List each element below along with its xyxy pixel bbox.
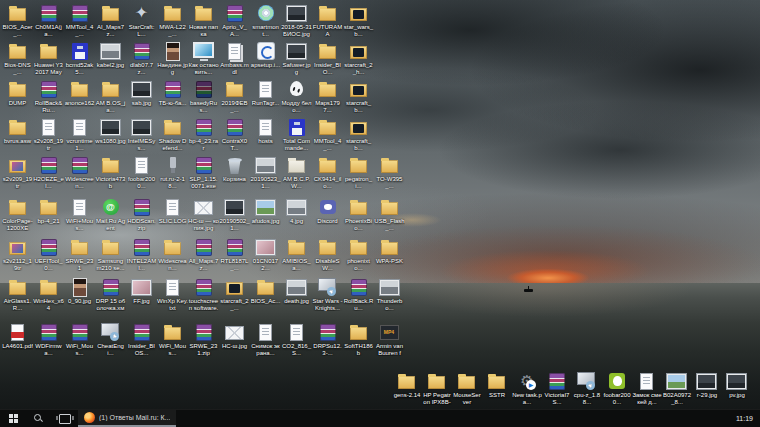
desktop-icon[interactable]: Как остановить... [188,41,219,75]
desktop-icon[interactable]: HC-ш.jpg [219,322,250,356]
desktop-icon[interactable]: MouseServer [452,371,482,405]
desktop-icon[interactable]: apsetup.i... [250,41,281,75]
desktop-icon[interactable]: cpu-z_1.88... [572,371,602,405]
desktop-icon[interactable]: foobar2000... [126,155,157,189]
desktop-icon[interactable]: Mail.Ru Agent [95,197,126,231]
desktop-icon[interactable]: Новая папка [188,3,219,37]
desktop-icon[interactable]: 4.jpg [281,197,312,231]
desktop-icon[interactable]: SLIC.LOG [157,197,188,231]
desktop-icon[interactable]: SLP_1.15.0071.exe [188,155,219,189]
desktop-icon[interactable]: HP Pegatron IPX8B-DM ... [422,371,452,405]
desktop-icon[interactable]: DUMP [2,79,33,113]
desktop-icon[interactable]: AMIBIOS_a... [281,237,312,271]
desktop-icon[interactable]: DRP 15 оболочка.хм [95,277,126,311]
desktop-icon[interactable]: Star Wars - Knights... [312,277,343,311]
desktop-icon[interactable]: Shadow Defend... [157,117,188,151]
desktop-icon[interactable]: Снимок экрана... [250,322,281,356]
desktop-icon[interactable]: 2018-05-31 БИОС.jpg [281,3,312,37]
desktop-icon[interactable]: starcraft_b... [343,117,374,151]
desktop-icon[interactable]: CK9414_ilo... [312,155,343,189]
desktop-icon[interactable]: ColorPage-1200XE [2,197,33,231]
desktop-icon[interactable]: Huawei Y3 2017 Maya... [33,41,64,75]
desktop-icon[interactable]: s2v208_19tr [33,117,64,151]
desktop-icon[interactable]: bvrus.asw [2,117,33,151]
desktop-icon[interactable]: All_Maps.7z... [188,237,219,271]
desktop-icon[interactable]: BIOS_Acer_... [2,3,33,37]
desktop-icon[interactable]: USB_Flash_... [374,197,405,231]
desktop-icon[interactable]: Ambass.mdl [219,41,250,75]
desktop-icon[interactable]: IntelMESys... [126,117,157,151]
desktop-icon[interactable]: PhoenixBio... [343,197,374,231]
desktop-icon[interactable]: WinXp Key.txt [157,277,188,311]
desktop-icon[interactable]: WiFi+Mous... [64,197,95,231]
desktop-icon[interactable]: r-29.jpg [692,371,722,405]
desktop-icon[interactable]: starcraft_2_h... [343,41,374,75]
desktop-icon[interactable]: WPA-PSK [374,237,405,271]
desktop-icon[interactable]: pegatron_i... [343,155,374,189]
desktop-icon[interactable]: WinHex_x64 [33,277,64,311]
desktop-icon[interactable]: Safuwer.jpg [281,41,312,75]
desktop-icon[interactable]: Insider_BIOS... [126,322,157,356]
desktop-icon[interactable]: Корзина [219,155,250,189]
desktop-icon[interactable]: death.jpg [281,277,312,311]
desktop-icon[interactable]: s2v209_19tr [2,155,33,189]
desktop-icon[interactable]: smartmont... [250,3,281,37]
desktop-icon[interactable]: hosts [250,117,281,151]
desktop-icon[interactable]: AirGlass1.R... [2,277,33,311]
desktop-icon[interactable]: DisableSW... [312,237,343,271]
desktop-icon[interactable]: s2v2112_19tr [2,237,33,271]
desktop-icon[interactable]: 20190502_1... [219,197,250,231]
desktop-icon[interactable]: AI_Maps7z... [95,3,126,37]
desktop-icon[interactable]: bcmd52ak5... [64,41,95,75]
desktop-icon[interactable]: Armin van Buuren fe... [374,322,405,356]
desktop-icon[interactable]: bp-4_23.rar [188,117,219,151]
desktop-icon[interactable]: FUTURAMA [312,3,343,37]
desktop-icon[interactable]: AM B.C.P.W... [281,155,312,189]
desktop-icon[interactable]: star_wars_b... [343,3,374,37]
desktop-icon[interactable]: starcraft_b... [343,79,374,113]
start-button[interactable] [0,410,26,427]
desktop-icon[interactable]: RTL8187L_... [219,237,250,271]
desktop-icon[interactable]: 20190523_1... [250,155,281,189]
desktop-icon[interactable]: 01CN0172... [250,237,281,271]
desktop-icon[interactable]: RollBack&Ru... [33,79,64,113]
desktop-icon[interactable]: MWA-L22_... [157,3,188,37]
desktop-icon[interactable]: Insider_BIO... [312,41,343,75]
desktop-icon[interactable]: TO-W395_... [374,155,405,189]
desktop-icon[interactable]: MMTool_4_... [64,3,95,37]
desktop-icon[interactable]: Модду бело... [281,79,312,113]
desktop-icon[interactable]: pv.jpg [722,371,752,405]
desktop-icon[interactable]: SRWE_231 [64,237,95,271]
desktop-icon[interactable]: Замок смекей д... [632,371,662,405]
desktop-icon[interactable]: HDDScan.zip [126,197,157,231]
desktop-icon[interactable]: BIOS_Ac... [250,277,281,311]
desktop-icon[interactable]: dlab07.7z... [126,41,157,75]
desktop-icon[interactable]: Наедине.jpg [157,41,188,75]
desktop-icon[interactable]: WiFi_Mous... [157,322,188,356]
search-button[interactable] [26,410,52,427]
desktop-icon[interactable]: Victoria473b [95,155,126,189]
task-view-button[interactable] [52,410,78,427]
desktop-icon[interactable]: WiFi_Mous... [64,322,95,356]
desktop-icon[interactable]: WDFirmwa... [33,322,64,356]
desktop-icon[interactable]: Bios-DNS_... [2,41,33,75]
desktop-icon[interactable]: afudos.jpg [250,197,281,231]
desktop-icon[interactable]: rut.ru-2-18... [157,155,188,189]
desktop-icon[interactable]: Maps1797... [312,79,343,113]
desktop-icon[interactable]: anonce162 [64,79,95,113]
desktop-icon[interactable]: Total Commande... [281,117,312,151]
desktop-icon[interactable]: basedyRus... [188,79,219,113]
desktop-icon[interactable]: sab.jpg [126,79,157,113]
desktop-icon[interactable]: Thunderbo... [374,277,405,311]
desktop-icon[interactable]: ТБ-ю-ба... [157,79,188,113]
desktop-icon[interactable]: touchscreen software.rar [188,277,219,311]
desktop-icon[interactable]: SoftTH186b [343,322,374,356]
desktop-icon[interactable]: Ch0M1A(ja... [33,3,64,37]
desktop-icon[interactable]: VictoriaI7S... [542,371,572,405]
desktop-icon[interactable]: Aprio_V_A... [219,3,250,37]
desktop-icon[interactable]: DRPSu12.3-... [312,322,343,356]
desktop-icon[interactable]: ws1080.jpg [95,117,126,151]
desktop-icon[interactable]: ⚙New task.pa... [512,371,542,405]
desktop-icon[interactable]: Samsung m210 se... [95,237,126,271]
desktop-icon[interactable]: SSTR [482,371,512,405]
